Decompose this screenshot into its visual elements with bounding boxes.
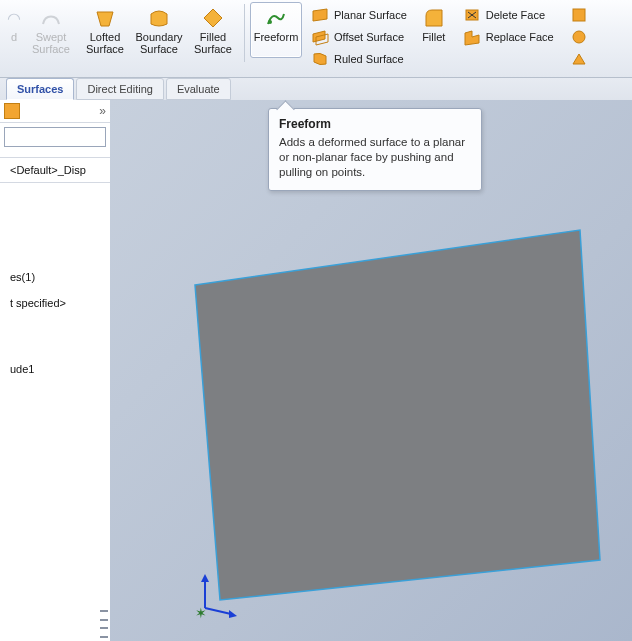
tab-surfaces-label: Surfaces <box>17 83 63 95</box>
fillet-label: Fillet <box>422 31 445 43</box>
feature-tree-toolbar: » <box>0 100 110 123</box>
freeform-label: Freeform <box>254 31 299 43</box>
lofted-surface-icon <box>93 6 117 30</box>
boundary-surface-button[interactable]: BoundarySurface <box>133 2 185 58</box>
more-icon-1 <box>570 6 588 24</box>
ruled-surface-label: Ruled Surface <box>334 53 404 65</box>
svg-text:✶: ✶ <box>195 605 207 621</box>
lofted-label: Lofted <box>90 31 121 43</box>
swept-sub: Surface <box>32 43 70 55</box>
tab-surfaces[interactable]: Surfaces <box>6 78 74 100</box>
more-cmd-2[interactable] <box>566 26 597 48</box>
more-icon-2 <box>570 28 588 46</box>
replace-face-label: Replace Face <box>486 31 554 43</box>
expand-toolbar-icon[interactable]: » <box>99 104 106 118</box>
lofted-surface-button[interactable]: LoftedSurface <box>79 2 131 58</box>
tab-evaluate-label: Evaluate <box>177 83 220 95</box>
swept-label: Swept <box>36 31 67 43</box>
filled-surface-icon <box>201 6 225 30</box>
ruled-surface-icon <box>311 50 329 68</box>
more-cmd-3[interactable] <box>566 48 597 70</box>
ribbon-toolbar: ◠ d SweptSurface LoftedSurface BoundaryS… <box>0 0 632 78</box>
replace-face-icon <box>463 28 481 46</box>
partial-label: d <box>11 31 17 43</box>
tree-item-spec[interactable]: t specified> <box>0 291 110 315</box>
surface-commands-list: Planar Surface Offset Surface Ruled Surf… <box>307 4 411 70</box>
boundary-surface-icon <box>147 6 171 30</box>
fillet-button[interactable]: Fillet <box>414 2 454 58</box>
more-cmd-1[interactable] <box>566 4 597 26</box>
svg-line-8 <box>205 608 231 614</box>
svg-marker-9 <box>229 610 237 618</box>
tree-item-extrude[interactable]: ude1 <box>0 357 110 381</box>
display-state-item[interactable]: <Default>_Disp <box>0 157 110 183</box>
tab-direct-label: Direct Editing <box>87 83 152 95</box>
partial-icon: ◠ <box>2 6 26 30</box>
boundary-label: Boundary <box>135 31 182 43</box>
freeform-icon <box>264 6 288 30</box>
tree-filter-input[interactable] <box>4 127 106 147</box>
offset-surface-label: Offset Surface <box>334 31 404 43</box>
svg-rect-4 <box>573 9 585 21</box>
swept-surface-button: SweptSurface <box>25 2 77 58</box>
svg-marker-7 <box>201 574 209 582</box>
tooltip-title: Freeform <box>279 117 471 131</box>
offset-surface-icon <box>311 28 329 46</box>
boundary-sub: Surface <box>140 43 178 55</box>
filled-surface-button[interactable]: FilledSurface <box>187 2 239 58</box>
partial-button-d: ◠ d <box>5 2 23 58</box>
tree-tool-icon[interactable] <box>4 103 20 119</box>
command-tabs: Surfaces Direct Editing Evaluate <box>0 78 632 101</box>
planar-surface-label: Planar Surface <box>334 9 407 21</box>
delete-face-label: Delete Face <box>486 9 545 21</box>
model-surface[interactable] <box>195 230 600 600</box>
freeform-button[interactable]: Freeform <box>250 2 302 58</box>
more-icon-3 <box>570 50 588 68</box>
delete-face-button[interactable]: Delete Face <box>459 4 558 26</box>
face-commands-list: Delete Face Replace Face <box>459 4 558 48</box>
planar-surface-button[interactable]: Planar Surface <box>307 4 411 26</box>
ruled-surface-button[interactable]: Ruled Surface <box>307 48 411 70</box>
feature-tree-panel: » <Default>_Disp es(1) t specified> ude1 <box>0 100 111 641</box>
delete-face-icon <box>463 6 481 24</box>
tab-direct-editing[interactable]: Direct Editing <box>76 78 163 100</box>
sidebar-resize-handle[interactable] <box>100 610 108 638</box>
freeform-tooltip: Freeform Adds a deformed surface to a pl… <box>268 108 482 191</box>
fillet-icon <box>422 6 446 30</box>
more-commands-list <box>566 4 597 70</box>
lofted-sub: Surface <box>86 43 124 55</box>
tooltip-body: Adds a deformed surface to a planar or n… <box>279 135 471 180</box>
swept-surface-icon <box>39 6 63 30</box>
replace-face-button[interactable]: Replace Face <box>459 26 558 48</box>
tree-item-es[interactable]: es(1) <box>0 265 110 289</box>
svg-point-5 <box>573 31 585 43</box>
offset-surface-button[interactable]: Offset Surface <box>307 26 411 48</box>
filled-label: Filled <box>200 31 226 43</box>
ribbon-separator <box>244 4 245 62</box>
tab-evaluate[interactable]: Evaluate <box>166 78 231 100</box>
planar-surface-icon <box>311 6 329 24</box>
svg-point-0 <box>268 20 272 24</box>
filled-sub: Surface <box>194 43 232 55</box>
